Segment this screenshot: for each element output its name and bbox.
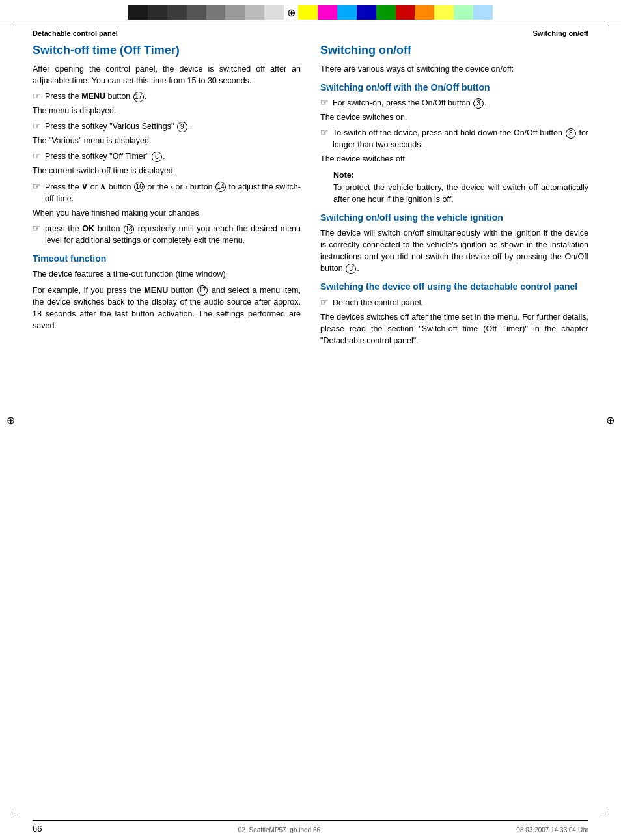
step-switch-on: ☞ For switch-on, press the On/Off button…: [320, 97, 588, 109]
circled-18: 18: [124, 224, 134, 234]
corner-br: [603, 809, 609, 815]
step-adjust-time: ☞ Press the ∨ or ∧ button 16 or the ‹ or…: [33, 181, 301, 204]
circled-17b: 17: [197, 285, 208, 296]
vehicle-ignition-para: The device will switch on/off simultaneo…: [320, 227, 588, 275]
timeout-title: Timeout function: [33, 253, 301, 264]
color-bar: ⊕: [128, 5, 493, 20]
swatch-8: [264, 5, 284, 20]
vehicle-ignition-title: Switching on/off using the vehicle ignit…: [320, 212, 588, 223]
arrow-icon-r2: ☞: [320, 127, 329, 138]
crosshair-center-icon: ⊕: [284, 5, 298, 20]
circled-9: 9: [177, 122, 187, 132]
header-right: Switching on/off: [532, 29, 588, 37]
circled-3c: 3: [346, 264, 356, 274]
timeout-para2: For example, if you press the MENU butto…: [33, 285, 301, 332]
content-area: Switch-off time (Off Timer) After openin…: [0, 44, 621, 350]
swatch-cyan: [337, 5, 357, 20]
line-various-displayed: The "Various" menu is displayed.: [33, 135, 301, 147]
swatch-3: [167, 5, 187, 20]
step-switch-on-text: For switch-on, press the On/Off button 3…: [333, 97, 487, 109]
circled-3a: 3: [473, 98, 484, 109]
header-left: Detachable control panel: [33, 29, 118, 37]
swatch-5: [206, 5, 226, 20]
step-menu-button-text: Press the MENU button 17.: [45, 91, 146, 102]
crosshair-left-icon: ⊕: [7, 414, 15, 427]
swatch-6: [225, 5, 245, 20]
line-device-switches-off: The device switches off.: [320, 153, 588, 165]
switch-off-title: Switch-off time (Off Timer): [33, 44, 301, 58]
step-switch-off-text: To switch off the device, press and hold…: [333, 127, 588, 150]
step-detach-text: Detach the control panel.: [333, 297, 423, 309]
step-menu-button: ☞ Press the MENU button 17.: [33, 91, 301, 102]
corner-bl: [12, 809, 18, 815]
swatch-magenta: [318, 5, 337, 20]
page-header: Detachable control panel Switching on/of…: [0, 25, 621, 38]
swatch-blue: [357, 5, 376, 20]
step-detach: ☞ Detach the control panel.: [320, 297, 588, 309]
circled-14: 14: [215, 182, 226, 192]
arrow-icon-r3: ☞: [320, 297, 329, 308]
note-text: To protect the vehicle battery, the devi…: [333, 182, 588, 205]
arrow-icon-3: ☞: [33, 150, 41, 161]
crosshair-right-icon: ⊕: [606, 414, 614, 427]
onoff-button-title: Switching on/off with the On/Off button: [320, 81, 588, 93]
step-various-settings: ☞ Press the softkey "Various Settings" 9…: [33, 120, 301, 132]
arrow-icon-5: ☞: [33, 223, 41, 234]
swatch-1: [128, 5, 148, 20]
line-finished-changes: When you have finished making your chang…: [33, 207, 301, 219]
swatch-lightblue: [473, 5, 493, 20]
step-various-settings-text: Press the softkey "Various Settings" 9.: [45, 120, 190, 132]
arrow-icon-1: ☞: [33, 91, 41, 102]
circled-3b: 3: [566, 128, 576, 139]
detach-para: The devices switches off after the time …: [320, 311, 588, 346]
page: ⊕ ⊕ ⊕ Detachable control panel: [0, 0, 621, 840]
line-current-time: The current switch-off time is displayed…: [33, 165, 301, 176]
switch-off-para1: After opening the control panel, the dev…: [33, 63, 301, 87]
detach-panel-title: Switching the device off using the detac…: [320, 281, 588, 292]
swatch-2: [148, 5, 167, 20]
step-adjust-time-text: Press the ∨ or ∧ button 16 or the ‹ or ›…: [45, 181, 301, 204]
step-switch-off: ☞ To switch off the device, press and ho…: [320, 127, 588, 150]
line-device-switches-on: The device switches on.: [320, 111, 588, 123]
circled-16: 16: [134, 182, 145, 192]
corner-tl: [12, 25, 18, 31]
swatch-yellow: [298, 5, 318, 20]
page-footer: 66 02_SeattleMP57_gb.indd 66 08.03.2007 …: [33, 820, 588, 833]
swatch-7: [245, 5, 264, 20]
color-bar-wrapper: ⊕: [0, 0, 621, 22]
arrow-icon-4: ☞: [33, 181, 41, 192]
switching-onoff-title: Switching on/off: [320, 44, 588, 58]
circled-6: 6: [152, 152, 162, 162]
swatch-red: [396, 5, 415, 20]
swatch-lightgreen: [454, 5, 473, 20]
note-box: Note: To protect the vehicle battery, th…: [333, 171, 588, 205]
left-column: Switch-off time (Off Timer) After openin…: [33, 44, 301, 350]
arrow-icon-2: ☞: [33, 120, 41, 132]
note-title: Note:: [333, 171, 588, 180]
footer-date: 08.03.2007 14:33:04 Uhr: [516, 826, 588, 833]
step-off-timer-text: Press the softkey "Off Timer" 6.: [45, 150, 165, 162]
footer-file: 02_SeattleMP57_gb.indd 66: [238, 826, 320, 833]
corner-tr: [603, 25, 609, 31]
swatch-4: [187, 5, 206, 20]
page-number: 66: [33, 824, 42, 833]
step-off-timer: ☞ Press the softkey "Off Timer" 6.: [33, 150, 301, 162]
step-ok-button: ☞ press the OK button 18 repeatedly unti…: [33, 223, 301, 246]
swatch-green: [376, 5, 396, 20]
arrow-icon-r1: ☞: [320, 97, 329, 108]
right-column: Switching on/off There are various ways …: [320, 44, 588, 350]
step-ok-button-text: press the OK button 18 repeatedly until …: [45, 223, 301, 246]
switching-onoff-para: There are various ways of switching the …: [320, 63, 588, 75]
swatch-lightyellow: [434, 5, 454, 20]
swatch-orange: [415, 5, 434, 20]
line-menu-displayed: The menu is displayed.: [33, 105, 301, 117]
timeout-para1: The device features a time-out function …: [33, 268, 301, 280]
circled-17: 17: [133, 92, 144, 102]
